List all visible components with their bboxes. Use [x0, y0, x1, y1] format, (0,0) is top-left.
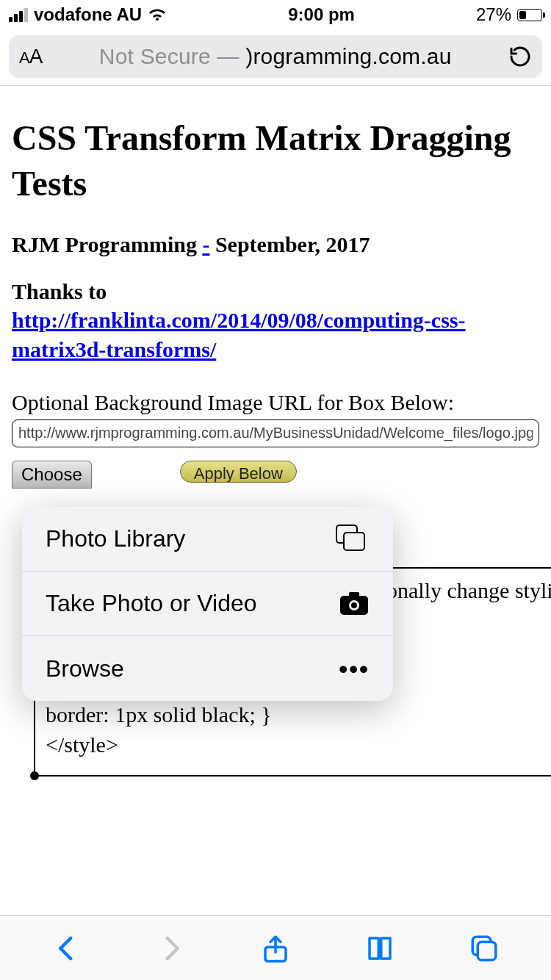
choose-file-button[interactable]: Choose — [12, 461, 92, 489]
status-left: vodafone AU — [9, 4, 167, 25]
date-label: September, 2017 — [215, 232, 370, 256]
photo-stack-icon — [336, 525, 370, 554]
svg-rect-6 — [478, 942, 496, 960]
background-url-input[interactable] — [12, 419, 539, 447]
battery-label: 27% — [476, 4, 511, 25]
text-size-button[interactable]: AA — [19, 45, 42, 68]
author-label: RJM Programming — [12, 232, 197, 256]
apply-below-button[interactable]: Apply Below — [180, 461, 297, 483]
thanks-link[interactable]: http://franklinta.com/2014/09/08/computi… — [12, 306, 539, 365]
tabs-icon[interactable] — [469, 933, 500, 964]
signal-icon — [9, 8, 28, 22]
status-right: 27% — [476, 4, 542, 25]
url-display[interactable]: Not Secure — )rogramming.com.au — [52, 44, 498, 69]
more-icon: ••• — [339, 655, 370, 683]
dash-link[interactable]: - — [202, 232, 209, 256]
box-border-bottom — [34, 775, 551, 777]
domain-label: )rogramming.com.au — [245, 44, 451, 68]
status-bar: vodafone AU 9:00 pm 27% — [0, 0, 551, 29]
url-bar-container: AA Not Secure — )rogramming.com.au — [0, 29, 551, 78]
separator: — — [217, 44, 239, 68]
hint-fragment: onally change styling — [386, 578, 551, 603]
input-label: Optional Background Image URL for Box Be… — [12, 390, 539, 415]
battery-icon — [517, 9, 542, 21]
forward-icon — [156, 933, 187, 964]
url-bar[interactable]: AA Not Secure — )rogramming.com.au — [9, 35, 542, 78]
wifi-icon — [148, 7, 167, 22]
back-icon[interactable] — [51, 933, 82, 964]
take-photo-option[interactable]: Take Photo or Video — [22, 572, 393, 636]
page-title: CSS Transform Matrix Dragging Tests — [12, 115, 539, 207]
security-label: Not Secure — [99, 44, 211, 68]
svg-point-3 — [351, 602, 357, 608]
photo-library-label: Photo Library — [46, 525, 185, 552]
subheading: RJM Programming - September, 2017 — [12, 232, 539, 257]
code-line-2: </style> — [46, 730, 272, 760]
code-fragment: border: 1px solid black; } </style> — [46, 700, 272, 760]
thanks-label: Thanks to — [12, 279, 539, 304]
browser-toolbar — [0, 915, 551, 980]
carrier-label: vodafone AU — [34, 4, 142, 25]
drag-handle[interactable] — [30, 771, 39, 780]
share-icon[interactable] — [260, 933, 291, 964]
bookmarks-icon[interactable] — [364, 933, 395, 964]
code-line-1: border: 1px solid black; } — [46, 700, 272, 730]
browse-option[interactable]: Browse ••• — [22, 636, 393, 701]
photo-library-option[interactable]: Photo Library — [22, 507, 393, 572]
reload-icon[interactable] — [508, 45, 532, 68]
svg-rect-1 — [349, 592, 359, 598]
page-content: CSS Transform Matrix Dragging Tests RJM … — [0, 86, 551, 489]
browse-label: Browse — [46, 655, 124, 682]
file-picker-sheet: Photo Library Take Photo or Video Browse… — [22, 507, 393, 701]
camera-icon — [339, 591, 370, 616]
time-label: 9:00 pm — [288, 4, 355, 25]
take-photo-label: Take Photo or Video — [46, 590, 257, 617]
